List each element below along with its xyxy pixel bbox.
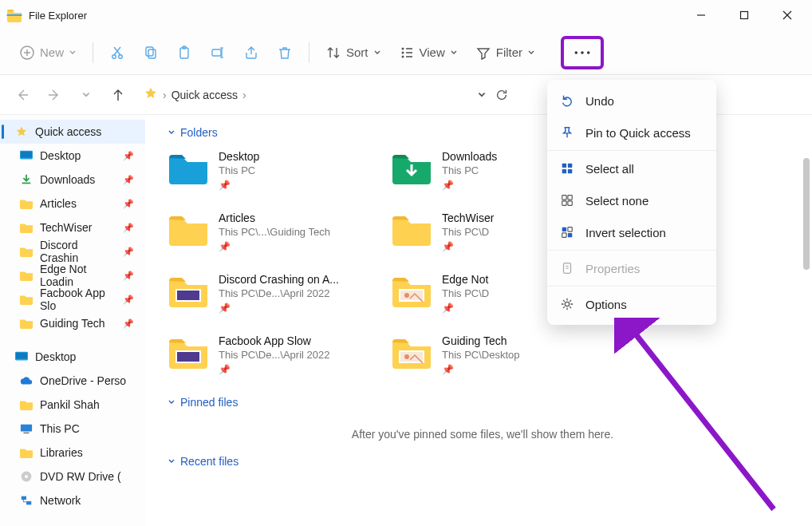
- properties-icon: [560, 261, 574, 275]
- sidebar-item[interactable]: This PC: [0, 417, 145, 441]
- sidebar-item[interactable]: Desktop📌: [0, 144, 145, 168]
- delete-button[interactable]: [270, 38, 299, 67]
- sidebar-item[interactable]: DVD RW Drive (: [0, 465, 145, 488]
- more-button[interactable]: [561, 36, 604, 69]
- menu-properties: Properties: [547, 252, 716, 284]
- menu-undo[interactable]: Undo: [547, 85, 716, 117]
- sidebar-desktop-group[interactable]: Desktop: [0, 345, 145, 369]
- close-button[interactable]: [766, 0, 809, 30]
- pin-icon: 📌: [123, 223, 139, 233]
- chevron-down-icon: [168, 457, 175, 465]
- folder-icon: [19, 293, 34, 306]
- svg-point-37: [25, 475, 28, 478]
- section-pinned-files[interactable]: Pinned files: [168, 396, 798, 409]
- folder-icon: [19, 398, 34, 411]
- svg-point-28: [587, 51, 590, 54]
- sidebar-item[interactable]: Facbook App Slo📌: [0, 287, 145, 311]
- pin-icon: 📌: [123, 271, 139, 281]
- folder-tile[interactable]: DesktopThis PC📌: [168, 150, 391, 191]
- sidebar-item[interactable]: Edge Not Loadin📌: [0, 263, 145, 287]
- folder-tile[interactable]: Facbook App SlowThis PC\De...\April 2022…: [168, 334, 391, 375]
- filter-button[interactable]: Filter: [469, 38, 542, 67]
- menu-invert-selection[interactable]: Invert selection: [547, 216, 716, 248]
- pin-icon: 📌: [123, 295, 139, 305]
- section-label: Pinned files: [180, 396, 238, 409]
- select-all-icon: [560, 161, 574, 176]
- menu-label: Pin to Quick access: [585, 126, 691, 140]
- paste-button[interactable]: [170, 38, 199, 67]
- sidebar-item[interactable]: Network: [0, 488, 145, 512]
- libraries-icon: [19, 446, 34, 459]
- maximize-button[interactable]: [723, 0, 766, 30]
- sidebar-label: Edge Not Loadin: [40, 263, 116, 288]
- view-button[interactable]: View: [392, 38, 464, 67]
- tile-name: Edge Not: [442, 273, 489, 286]
- minimize-button[interactable]: [680, 0, 723, 30]
- sidebar-label: Desktop: [40, 149, 81, 162]
- sidebar-item[interactable]: Articles📌: [0, 192, 145, 216]
- svg-rect-12: [146, 47, 153, 56]
- tile-name: Desktop: [219, 150, 259, 163]
- sidebar-item[interactable]: OneDrive - Perso: [0, 369, 145, 393]
- breadcrumb-sep: ›: [242, 89, 246, 101]
- folder-tile[interactable]: Guiding TechThis PC\Desktop📌: [391, 334, 614, 375]
- svg-rect-34: [21, 425, 32, 432]
- svg-point-9: [119, 54, 123, 58]
- sidebar-label: DVD RW Drive (: [40, 470, 121, 483]
- folder-icon: [391, 150, 432, 185]
- desktop-icon: [14, 350, 29, 363]
- menu-separator: [547, 150, 716, 151]
- svg-rect-52: [562, 169, 566, 173]
- breadcrumb-item[interactable]: Quick access: [171, 89, 238, 101]
- downloads-icon: [19, 173, 34, 186]
- breadcrumb-sep: ›: [163, 89, 167, 101]
- sidebar-item[interactable]: Guiding Tech📌: [0, 311, 145, 335]
- forward-button[interactable]: [41, 82, 67, 108]
- share-button[interactable]: [237, 38, 266, 67]
- sidebar-item[interactable]: Downloads📌: [0, 168, 145, 192]
- up-button[interactable]: [105, 82, 131, 108]
- sidebar-quick-access[interactable]: Quick access: [0, 120, 145, 144]
- menu-select-none[interactable]: Select none: [547, 184, 716, 216]
- menu-select-all[interactable]: Select all: [547, 152, 716, 184]
- svg-rect-57: [568, 201, 572, 205]
- svg-rect-53: [568, 169, 572, 173]
- sort-button[interactable]: Sort: [319, 38, 388, 67]
- back-button[interactable]: [10, 82, 35, 108]
- svg-point-8: [112, 54, 116, 58]
- sidebar-label: Facbook App Slo: [40, 287, 116, 312]
- sidebar-label: Downloads: [40, 173, 95, 186]
- folder-icon: [168, 150, 209, 185]
- svg-rect-38: [22, 496, 26, 500]
- menu-options[interactable]: Options: [547, 288, 716, 320]
- svg-rect-30: [21, 152, 32, 158]
- tile-location: This PC\De...\April 2022: [219, 349, 329, 361]
- history-button[interactable]: [73, 82, 99, 108]
- sidebar-item[interactable]: Discord Crashin📌: [0, 239, 145, 263]
- section-recent-files[interactable]: Recent files: [168, 455, 798, 468]
- cut-button[interactable]: [103, 38, 132, 67]
- sidebar-label: TechWiser: [40, 221, 92, 234]
- sidebar-item[interactable]: TechWiser📌: [0, 216, 145, 239]
- sidebar-item[interactable]: Pankil Shah: [0, 393, 145, 417]
- pin-icon: 📌: [442, 303, 489, 314]
- content-scrollbar[interactable]: [802, 158, 810, 526]
- refresh-icon[interactable]: [495, 88, 509, 102]
- copy-button[interactable]: [136, 38, 165, 67]
- folder-tile[interactable]: Discord Crashing on A...This PC\De...\Ap…: [168, 273, 391, 314]
- sidebar-label: Guiding Tech: [40, 317, 104, 330]
- new-button[interactable]: New: [13, 38, 83, 67]
- menu-pin-quick-access[interactable]: Pin to Quick access: [547, 117, 716, 148]
- pin-icon: 📌: [442, 180, 497, 191]
- chevron-down-icon[interactable]: [477, 90, 487, 100]
- menu-label: Undo: [585, 94, 614, 108]
- sidebar-label: Discord Crashin: [40, 239, 116, 264]
- sidebar-item[interactable]: Libraries: [0, 441, 145, 465]
- folder-icon: [19, 317, 34, 330]
- svg-rect-58: [562, 227, 566, 231]
- pin-icon: 📌: [219, 303, 339, 314]
- toolbar-separator: [93, 42, 93, 63]
- menu-label: Options: [585, 298, 627, 311]
- rename-button[interactable]: [203, 38, 232, 67]
- folder-tile[interactable]: ArticlesThis PC\...\Guiding Tech📌: [168, 212, 391, 252]
